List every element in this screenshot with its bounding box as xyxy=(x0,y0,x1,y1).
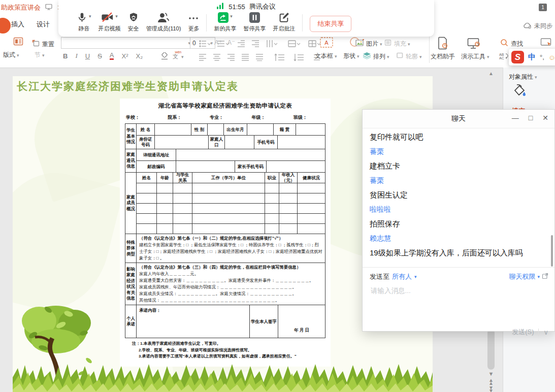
font-name-combo[interactable]: ▾ xyxy=(61,37,193,49)
chat-input[interactable] xyxy=(370,285,544,312)
sync-status[interactable]: 未同步 xyxy=(523,22,552,30)
layout-button[interactable]: 版式 xyxy=(3,51,19,59)
form-note-line: 2.学校、院系、专业、年级、班级可根据实际情况选择性填写。 xyxy=(132,347,331,353)
people-icon xyxy=(157,12,170,25)
previous-slide-button[interactable]: ▲▲ xyxy=(487,379,495,384)
maximize-icon[interactable]: □ xyxy=(529,114,533,121)
scrollbar-thumb[interactable] xyxy=(487,329,495,370)
format-glyph-button[interactable]: U xyxy=(85,52,90,60)
fill-button[interactable]: 填充 xyxy=(384,39,410,48)
document-tab[interactable]: 助政策宣讲会 ✕ xyxy=(1,3,63,12)
mute-dropdown-icon[interactable]: ▾ xyxy=(89,14,91,19)
security-button[interactable]: 安全 xyxy=(128,12,139,32)
section-button[interactable]: 节 xyxy=(35,51,45,59)
arrange-button[interactable]: 排列 xyxy=(363,52,389,61)
format-glyph-button[interactable]: X² xyxy=(121,52,128,60)
scrollbar-up-arrow[interactable]: ▲ xyxy=(487,71,495,76)
form-notes: 注：1.本表用于家庭经济困难学生认定，可复印。2.学校、院系、专业、年级、班级可… xyxy=(132,341,331,360)
monitor-icon[interactable] xyxy=(45,4,52,12)
end-share-button[interactable]: 结束共享 xyxy=(310,16,351,32)
video-dropdown-icon[interactable]: ▾ xyxy=(115,14,118,19)
layout-icon[interactable] xyxy=(13,37,23,49)
section-label: 个人承诺 xyxy=(125,305,137,338)
section-special-groups: 特殊群体类型 （符合《认定办法》第七条（一）和（二）规定的学生,在相应选择项打“… xyxy=(125,234,325,263)
family-cell xyxy=(192,183,265,193)
mute-button[interactable]: ▾ 静音 xyxy=(77,12,91,32)
pinyin-guide-button[interactable]: wén 文 xyxy=(173,50,184,59)
paragraph-icons-row1[interactable] xyxy=(199,39,327,50)
field-blank xyxy=(155,136,209,149)
ime-punct-toggle[interactable]: °, xyxy=(540,53,544,61)
share-dropdown-icon[interactable]: ▾ xyxy=(230,14,233,19)
ribbon-divider xyxy=(429,37,430,63)
application-form[interactable]: 湖北省高等学校家庭经济困难学生资助申请认定表 学校：院系：专业：年级：班级： 学… xyxy=(120,99,331,367)
special-groups-options: 建档立卡贫困家庭学生：□ ；最低生活保障家庭学生：□ ；特困供养学生：□ ；孤残… xyxy=(139,242,322,262)
field-label: 出生年月 xyxy=(224,124,247,135)
eraser-icon[interactable] xyxy=(160,52,169,62)
pop-out-icon[interactable] xyxy=(542,273,548,281)
find-button[interactable]: 查找 xyxy=(500,39,523,49)
family-cell xyxy=(137,204,157,213)
send-to-selector[interactable]: 所有人 xyxy=(392,272,412,281)
paragraph-icons-row2[interactable] xyxy=(199,53,327,64)
doc-assistant-icon[interactable] xyxy=(437,37,448,52)
format-glyph-button[interactable]: B xyxy=(63,52,68,60)
send-button[interactable]: 发送(S) xyxy=(512,328,534,337)
ime-emoji-icon[interactable]: ☺ xyxy=(548,53,555,61)
pinyin-glyph: 文 xyxy=(173,53,178,59)
tab-insert[interactable]: 插入 xyxy=(11,20,24,29)
screen: 助政策宣讲会 ✕ 1 插入 设计 未同步 版式 重置 节 ▾ 0▾ A⁺A⁻ xyxy=(0,0,555,392)
more-button[interactable]: 更多 xyxy=(188,12,199,32)
toolbar-divider xyxy=(302,14,303,31)
chat-permission-selector[interactable]: 聊天权限 xyxy=(509,272,535,281)
pledge-content-label: 承诺内容： xyxy=(137,305,250,338)
economic-info-instruction: （符合《认定办法》第七条（三）和（四）规定的学生，在相应栏目中填写简要信息） xyxy=(139,264,322,271)
close-icon[interactable]: ✕ xyxy=(542,114,548,121)
picture-button[interactable]: 图片 xyxy=(355,39,382,49)
present-tools-button[interactable]: 演示工具 xyxy=(461,52,489,61)
next-slide-button[interactable]: ▼▼ xyxy=(487,386,495,392)
new-share-button[interactable]: ▾ 新的共享 xyxy=(214,12,236,32)
shield-icon xyxy=(128,12,139,25)
slide-title[interactable]: 长江大学家庭经济困难学生资助申请认定表 xyxy=(17,79,239,93)
outline-button[interactable]: 轮廓 xyxy=(396,52,422,61)
cloud-icon xyxy=(523,22,532,30)
tab-design[interactable]: 设计 xyxy=(37,20,50,29)
object-properties-title[interactable]: 对象属性 xyxy=(509,73,537,81)
ime-bar[interactable]: S 中 °, ☺ xyxy=(509,49,555,66)
video-button[interactable]: ▾ 开启视频 xyxy=(99,12,121,32)
textbox-icon[interactable]: A xyxy=(320,37,333,50)
send-options-icon[interactable]: ∨ xyxy=(543,329,548,336)
textbox-button[interactable]: 文本框 xyxy=(315,52,337,60)
form-top-field: 专业： xyxy=(210,114,223,121)
format-glyph-button[interactable]: S xyxy=(97,52,102,60)
chat-message: 蕃栗 xyxy=(370,177,547,184)
field-blank xyxy=(267,161,325,172)
scrollbar-down-arrow[interactable]: ▼ xyxy=(487,371,495,377)
doc-assistant-button[interactable]: 文档助手 xyxy=(431,52,455,61)
send-to-dropdown-icon[interactable]: ▾ xyxy=(414,274,417,279)
paint-bucket-icon[interactable] xyxy=(512,83,527,102)
chat-message: 建档立卡 xyxy=(370,162,547,171)
family-empty-row xyxy=(137,183,325,193)
format-glyph-button[interactable]: X₂ xyxy=(136,52,143,60)
pause-share-button[interactable]: 暂停共享 xyxy=(243,12,266,32)
annotate-button[interactable]: 开启批注 xyxy=(273,12,295,32)
chat-scrollbar-thumb[interactable] xyxy=(551,235,553,267)
chat-message: 19级如果上学期没有入库，后面还可以入库吗 xyxy=(370,249,547,257)
reset-button[interactable]: 重置 xyxy=(31,39,54,49)
permission-dropdown-icon[interactable]: ▾ xyxy=(537,274,540,279)
meeting-status: 51:55 腾讯会议 xyxy=(58,2,434,11)
chat-message-list[interactable]: 复印件就可以吧蕃栗建档立卡蕃栗贫困生认定啦啦啦拍照保存赖志慧19级如果上学期没有… xyxy=(363,128,554,267)
manage-members-button[interactable]: 管理成员(110) xyxy=(146,12,181,32)
ime-mode-toggle[interactable]: 中 xyxy=(528,52,536,62)
economic-info-line: 家庭人均年收入＿＿＿＿＿元。 xyxy=(139,271,322,277)
ime-logo[interactable]: S xyxy=(511,51,524,63)
present-tools-icon[interactable] xyxy=(467,38,480,52)
format-glyph-button[interactable]: I xyxy=(75,52,77,60)
chat-window: 聊天 — □ ✕ 复印件就可以吧蕃栗建档立卡蕃栗贫困生认定啦啦啦拍照保存赖志慧1… xyxy=(362,109,555,332)
format-glyph-button[interactable]: A xyxy=(110,52,114,60)
family-column-header: 职业 xyxy=(265,173,279,183)
minimize-icon[interactable]: — xyxy=(512,114,519,121)
shape-button[interactable]: 形状 xyxy=(343,52,360,60)
